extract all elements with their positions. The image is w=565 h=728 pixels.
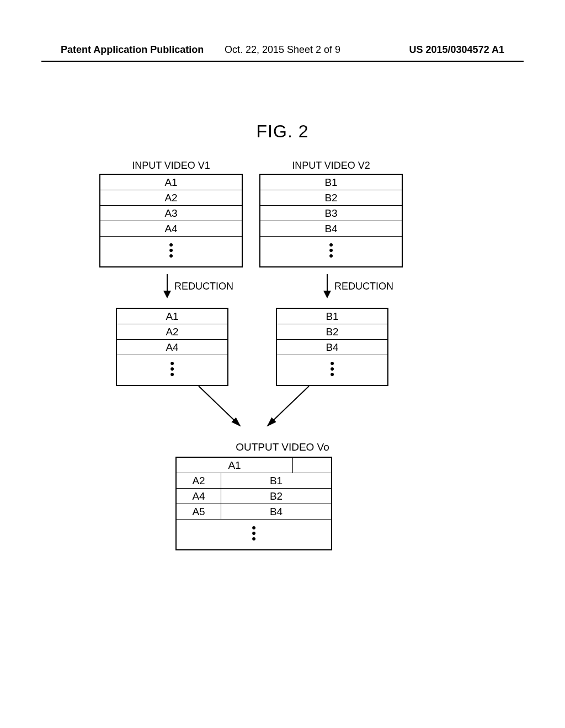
ellipsis-icon: ••• [277, 355, 387, 385]
reduction-label: REDUCTION [174, 281, 233, 292]
output-cell: B1 [221, 473, 331, 488]
page-header: Patent Application Publication Oct. 22, … [0, 44, 565, 56]
output-cell: A2 [177, 473, 221, 488]
output-cell: A4 [177, 489, 221, 504]
table-row: A4 B2 [177, 489, 331, 504]
reduction-arrow-right: REDUCTION [323, 274, 393, 298]
input-v2-table: B1 B2 B3 B4 ••• [259, 174, 403, 267]
svg-line-0 [199, 386, 240, 426]
output-cell-empty [293, 458, 331, 473]
input-v2-label: INPUT VIDEO V2 [259, 160, 403, 172]
header-center: Oct. 22, 2015 Sheet 2 of 9 [0, 44, 565, 56]
input-v1-table: A1 A2 A3 A4 ••• [99, 174, 243, 267]
table-row: A2 [100, 190, 242, 206]
reduced-v2-table: B1 B2 B4 ••• [276, 308, 388, 386]
table-row: B2 [277, 324, 387, 340]
output-label: OUTPUT VIDEO Vo [0, 441, 565, 453]
reduced-v1-table: A1 A2 A4 ••• [116, 308, 228, 386]
table-row: A1 [117, 309, 227, 324]
figure-title: FIG. 2 [0, 121, 565, 142]
merge-arrows-icon [166, 386, 342, 436]
table-row: A1 [177, 458, 331, 473]
table-row: B1 [277, 309, 387, 324]
reduction-arrow-left: REDUCTION [163, 274, 233, 298]
output-cell: B4 [221, 504, 331, 519]
input-v1-block: INPUT VIDEO V1 A1 A2 A3 A4 ••• [99, 160, 243, 267]
table-row: B4 [277, 340, 387, 355]
arrow-down-icon [163, 274, 171, 298]
table-row: A2 B1 [177, 473, 331, 489]
output-cell: A1 [177, 458, 293, 473]
table-row: B4 [260, 221, 402, 237]
table-row: B2 [260, 190, 402, 206]
ellipsis-icon: ••• [260, 237, 402, 266]
table-row: A2 [117, 324, 227, 340]
table-row: B3 [260, 206, 402, 221]
table-row: B1 [260, 175, 402, 190]
header-rule [41, 61, 524, 62]
arrow-down-icon [323, 274, 331, 298]
ellipsis-icon: ••• [100, 237, 242, 266]
input-v1-label: INPUT VIDEO V1 [99, 160, 243, 172]
output-cell: B2 [221, 489, 331, 504]
table-row: A1 [100, 175, 242, 190]
ellipsis-icon: ••• [117, 355, 227, 385]
output-table: A1 A2 B1 A4 B2 A5 B4 ••• [175, 457, 332, 550]
ellipsis-icon: ••• [177, 520, 331, 549]
reduction-label: REDUCTION [334, 281, 393, 292]
table-row: A3 [100, 206, 242, 221]
table-row: A4 [100, 221, 242, 237]
table-row: A5 B4 [177, 504, 331, 520]
svg-line-1 [268, 386, 309, 426]
input-v2-block: INPUT VIDEO V2 B1 B2 B3 B4 ••• [259, 160, 403, 267]
output-cell: A5 [177, 504, 221, 519]
table-row: A4 [117, 340, 227, 355]
